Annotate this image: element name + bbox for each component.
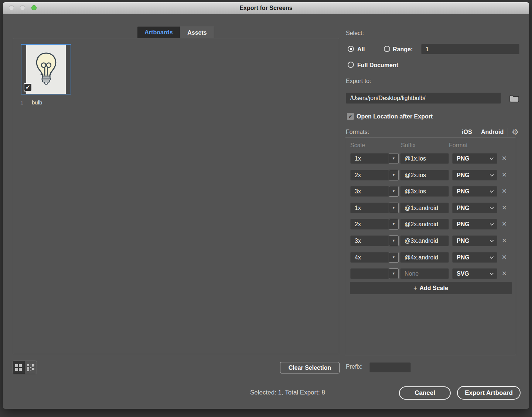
format-select[interactable]: PNG (452, 219, 497, 230)
grid-view-button[interactable] (13, 361, 25, 374)
delete-row-icon[interactable]: × (500, 170, 508, 180)
chevron-down-icon (490, 238, 494, 242)
scale-dropdown-button[interactable]: ▼ (389, 235, 399, 246)
select-range-label[interactable]: Range: (393, 46, 413, 53)
chevron-down-icon (490, 172, 494, 176)
scale-input[interactable]: 2x (350, 219, 389, 230)
tab-artboards[interactable]: Artboards (137, 27, 180, 38)
export-to-label: Export to: (346, 78, 371, 85)
scale-input[interactable]: 1x (350, 153, 389, 164)
format-select[interactable]: PNG (452, 252, 497, 263)
formats-divider (508, 128, 508, 136)
list-view-button[interactable] (25, 361, 37, 374)
plus-icon: + (413, 285, 417, 291)
prefix-input[interactable] (369, 362, 411, 372)
export-artboard-button[interactable]: Export Artboard (457, 386, 521, 400)
scale-dropdown-button[interactable]: ▼ (389, 203, 399, 213)
format-select[interactable]: PNG (452, 186, 497, 197)
scale-input[interactable] (350, 268, 389, 279)
export-path-input[interactable]: /Users/jon/Desktop/lightbulb/ (346, 93, 501, 104)
scale-input[interactable]: 3x (350, 186, 389, 197)
artboard-number: 1 (20, 99, 23, 106)
open-location-label[interactable]: Open Location after Export (357, 113, 433, 120)
scale-dropdown-button[interactable]: ▼ (389, 170, 399, 180)
clear-selection-button[interactable]: Clear Selection (280, 362, 340, 373)
tab-assets[interactable]: Assets (180, 27, 214, 38)
suffix-input[interactable]: @2x.android (400, 219, 449, 230)
ios-preset-link[interactable]: iOS (462, 129, 472, 135)
artboard-list-panel: ✓ 1 bulb (13, 38, 339, 354)
format-select[interactable]: PNG (452, 203, 497, 213)
full-document-label[interactable]: Full Document (357, 62, 398, 69)
scale-input[interactable]: 3x (350, 235, 389, 246)
lightbulb-image (32, 48, 60, 91)
scale-dropdown-button[interactable]: ▼ (389, 219, 399, 230)
delete-row-icon[interactable]: × (500, 153, 508, 164)
format-select[interactable]: PNG (452, 170, 497, 180)
suffix-input[interactable]: None (400, 268, 449, 279)
suffix-input[interactable]: @2x.ios (400, 170, 449, 180)
gear-icon[interactable]: ⚙ (512, 128, 519, 136)
scale-dropdown-button[interactable]: ▼ (389, 252, 399, 263)
artboard-thumbnail[interactable]: ✓ (21, 44, 71, 94)
chevron-down-icon (490, 205, 494, 209)
scale-dropdown-button[interactable]: ▼ (389, 268, 399, 279)
format-select[interactable]: PNG (452, 235, 497, 246)
format-select[interactable]: SVG (452, 268, 497, 279)
view-toggle-group (12, 361, 37, 374)
delete-row-icon[interactable]: × (500, 219, 508, 230)
suffix-column-header: Suffix (401, 142, 416, 149)
export-for-screens-dialog: Export for Screens Artboards Assets (3, 2, 529, 409)
scale-input[interactable]: 1x (350, 203, 389, 213)
select-all-radio[interactable] (348, 46, 354, 52)
add-scale-label: Add Scale (419, 285, 448, 291)
artboard-checkbox[interactable]: ✓ (24, 83, 32, 92)
delete-row-icon[interactable]: × (500, 235, 508, 246)
scale-dropdown-button[interactable]: ▼ (389, 186, 399, 197)
android-preset-link[interactable]: Android (481, 129, 504, 135)
format-column-header: Format (449, 142, 468, 149)
open-location-checkbox[interactable]: ✓ (347, 113, 354, 120)
select-label: Select: (346, 30, 364, 37)
title-bar[interactable]: Export for Screens (3, 2, 529, 14)
chevron-down-icon (490, 221, 494, 225)
suffix-input[interactable]: @3x.android (400, 235, 449, 246)
grid-view-icon (14, 363, 23, 372)
delete-row-icon[interactable]: × (500, 203, 508, 213)
status-text: Selected: 1, Total Export: 8 (250, 389, 325, 396)
select-range-radio[interactable] (384, 46, 390, 52)
suffix-input[interactable]: @1x.ios (400, 153, 449, 164)
artboard-preview (26, 45, 66, 94)
folder-icon[interactable] (509, 94, 519, 103)
delete-row-icon[interactable]: × (500, 268, 508, 279)
list-view-icon (26, 363, 35, 372)
delete-row-icon[interactable]: × (500, 186, 508, 197)
scale-input[interactable]: 4x (350, 252, 389, 263)
format-select[interactable]: PNG (452, 153, 497, 164)
artboard-name: bulb (32, 99, 42, 106)
range-input[interactable]: 1 (421, 44, 519, 54)
suffix-input[interactable]: @4x.android (400, 252, 449, 263)
prefix-label: Prefix: (346, 363, 362, 370)
suffix-input[interactable]: @3x.ios (400, 186, 449, 197)
select-all-label[interactable]: All (357, 46, 365, 53)
scale-column-header: Scale (350, 142, 365, 149)
suffix-input[interactable]: @1x.android (400, 203, 449, 213)
chevron-down-icon (490, 271, 494, 275)
chevron-down-icon (490, 189, 494, 193)
chevron-down-icon (490, 255, 494, 259)
add-scale-button[interactable]: +Add Scale (350, 282, 512, 294)
chevron-down-icon (490, 156, 494, 160)
window-title: Export for Screens (3, 5, 529, 11)
full-document-radio[interactable] (348, 62, 354, 68)
formats-label: Formats: (346, 129, 369, 135)
cancel-button[interactable]: Cancel (399, 386, 451, 400)
scale-dropdown-button[interactable]: ▼ (389, 153, 399, 164)
scale-input[interactable]: 2x (350, 170, 389, 180)
delete-row-icon[interactable]: × (500, 252, 508, 263)
